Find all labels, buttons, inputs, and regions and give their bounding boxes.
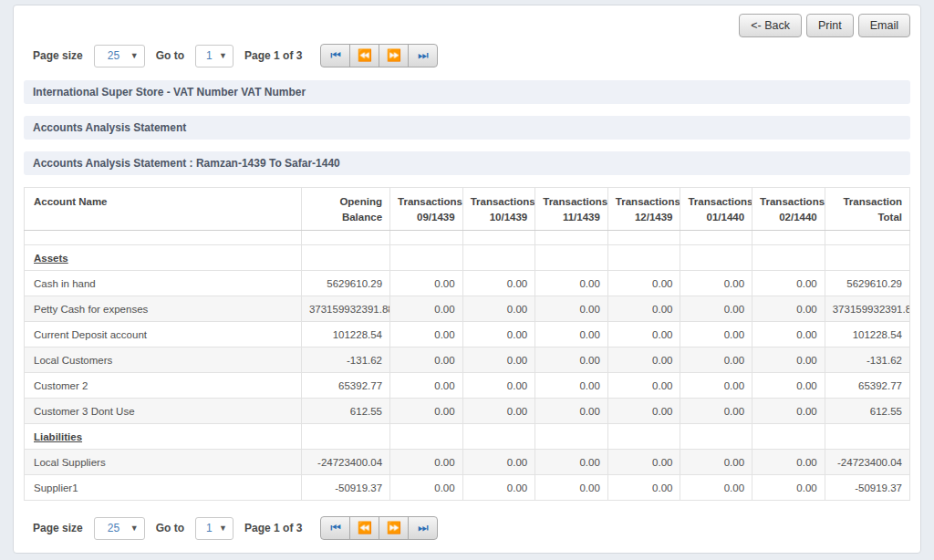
- amount-cell: [535, 231, 608, 245]
- amount-cell: 0.00: [535, 296, 608, 322]
- amount-cell: 5629610.29: [825, 271, 909, 296]
- skip-to-first-icon: ⏮: [330, 521, 341, 534]
- back-button[interactable]: <- Back: [739, 14, 802, 37]
- page-nav-group: ⏮ ⏪ ⏩ ⏭: [320, 516, 438, 540]
- page-info: Page 1 of 3: [244, 522, 302, 534]
- amount-cell: 0.00: [535, 450, 608, 475]
- amount-cell: 0.00: [535, 271, 608, 296]
- amount-cell: 0.00: [462, 271, 535, 296]
- amount-cell: [825, 245, 909, 271]
- amount-cell: 0.00: [680, 271, 752, 296]
- account-name-cell: Petty Cash for expenses: [25, 296, 302, 322]
- first-page-button[interactable]: ⏮: [320, 516, 350, 540]
- amount-cell: [607, 231, 680, 245]
- rewind-icon: ⏪: [358, 521, 372, 534]
- amount-cell: 0.00: [390, 271, 463, 296]
- amount-cell: 0.00: [607, 296, 680, 322]
- previous-page-button[interactable]: ⏪: [349, 44, 379, 67]
- amount-cell: 0.00: [752, 271, 825, 296]
- column-header: Transactions09/1439: [390, 188, 463, 231]
- amount-cell: 0.00: [535, 347, 608, 373]
- report-page-card: <- Back Print Email Page size 25 ▼ Go to…: [13, 5, 921, 554]
- amount-cell: [301, 424, 389, 450]
- amount-cell: 0.00: [462, 373, 535, 399]
- page-size-value: 25: [108, 49, 119, 62]
- last-page-button[interactable]: ⏭: [408, 516, 438, 540]
- amount-cell: [462, 424, 535, 450]
- goto-label: Go to: [156, 522, 184, 534]
- amount-cell: -131.62: [825, 347, 909, 373]
- amount-cell: [607, 424, 680, 450]
- table-row: Local Customers-131.620.000.000.000.000.…: [25, 347, 910, 373]
- amount-cell: 373159932391.88: [301, 296, 389, 322]
- amount-cell: 0.00: [390, 347, 463, 373]
- table-row: [25, 231, 910, 245]
- goto-page-select[interactable]: 1 ▼: [195, 517, 234, 540]
- table-row: Customer 3 Dont Use612.550.000.000.000.0…: [25, 399, 910, 424]
- amount-cell: 0.00: [752, 399, 825, 424]
- page-size-label: Page size: [33, 49, 83, 62]
- table-row: Petty Cash for expenses373159932391.880.…: [25, 296, 910, 322]
- table-header: Account NameOpeningBalanceTransactions09…: [25, 188, 910, 231]
- column-header: Transactions01/1440: [680, 188, 752, 231]
- account-name-cell: Local Customers: [25, 347, 302, 373]
- next-page-button[interactable]: ⏩: [379, 516, 409, 540]
- section-label: Liabilities: [34, 431, 82, 442]
- amount-cell: 0.00: [680, 399, 752, 424]
- amount-cell: 0.00: [462, 347, 535, 373]
- chevron-down-icon: ▼: [219, 51, 227, 60]
- table-row: Current Deposit account101228.540.000.00…: [25, 322, 910, 347]
- fast-forward-icon: ⏩: [387, 48, 401, 62]
- amount-cell: 0.00: [680, 373, 752, 399]
- print-button[interactable]: Print: [806, 14, 854, 37]
- amount-cell: [607, 245, 680, 271]
- amount-cell: 65392.77: [825, 373, 909, 399]
- section-row: Liabilities: [25, 424, 910, 450]
- amount-cell: 0.00: [752, 347, 825, 373]
- chevron-down-icon: ▼: [219, 524, 227, 533]
- amount-cell: [680, 231, 752, 245]
- amount-cell: [390, 424, 463, 450]
- column-header: TransactionTotal: [825, 188, 909, 231]
- company-header-bar: International Super Store - VAT Number V…: [24, 80, 910, 104]
- amount-cell: 612.55: [301, 399, 389, 424]
- page-size-select[interactable]: 25 ▼: [94, 45, 145, 67]
- amount-cell: 0.00: [390, 296, 463, 322]
- goto-page-value: 1: [206, 49, 213, 62]
- amount-cell: 612.55: [825, 399, 909, 424]
- first-page-button[interactable]: ⏮: [320, 44, 350, 67]
- section-name-cell: Liabilities: [25, 424, 302, 450]
- account-name-cell: Current Deposit account: [25, 322, 302, 347]
- amount-cell: 0.00: [607, 271, 680, 296]
- amount-cell: 0.00: [390, 399, 463, 424]
- amount-cell: 0.00: [462, 322, 535, 347]
- amount-cell: [680, 245, 752, 271]
- account-name-cell: Local Suppliers: [25, 450, 302, 475]
- account-name-cell: Customer 3 Dont Use: [25, 399, 302, 424]
- next-page-button[interactable]: ⏩: [379, 44, 409, 67]
- amount-cell: [680, 424, 752, 450]
- email-button[interactable]: Email: [858, 14, 910, 37]
- amount-cell: 0.00: [607, 322, 680, 347]
- table-header-row: Account NameOpeningBalanceTransactions09…: [25, 188, 910, 231]
- amount-cell: 0.00: [752, 450, 825, 475]
- amount-cell: [752, 231, 825, 245]
- previous-page-button[interactable]: ⏪: [349, 516, 379, 540]
- goto-page-select[interactable]: 1 ▼: [195, 45, 234, 67]
- amount-cell: 373159932391.88: [825, 296, 909, 322]
- amount-cell: 0.00: [752, 475, 825, 501]
- amount-cell: [301, 245, 389, 271]
- amount-cell: 0.00: [462, 296, 535, 322]
- page-size-select[interactable]: 25 ▼: [94, 517, 145, 540]
- page-size-label: Page size: [33, 522, 83, 534]
- amount-cell: 101228.54: [825, 322, 909, 347]
- account-name-cell: [25, 231, 302, 245]
- table-row: Local Suppliers-24723400.040.000.000.000…: [25, 450, 910, 475]
- section-name-cell: Assets: [25, 245, 302, 271]
- amount-cell: 0.00: [462, 475, 535, 501]
- last-page-button[interactable]: ⏭: [408, 44, 438, 67]
- amount-cell: -24723400.04: [825, 450, 909, 475]
- amount-cell: [462, 245, 535, 271]
- column-header: Transactions02/1440: [752, 188, 825, 231]
- account-name-cell: Cash in hand: [25, 271, 302, 296]
